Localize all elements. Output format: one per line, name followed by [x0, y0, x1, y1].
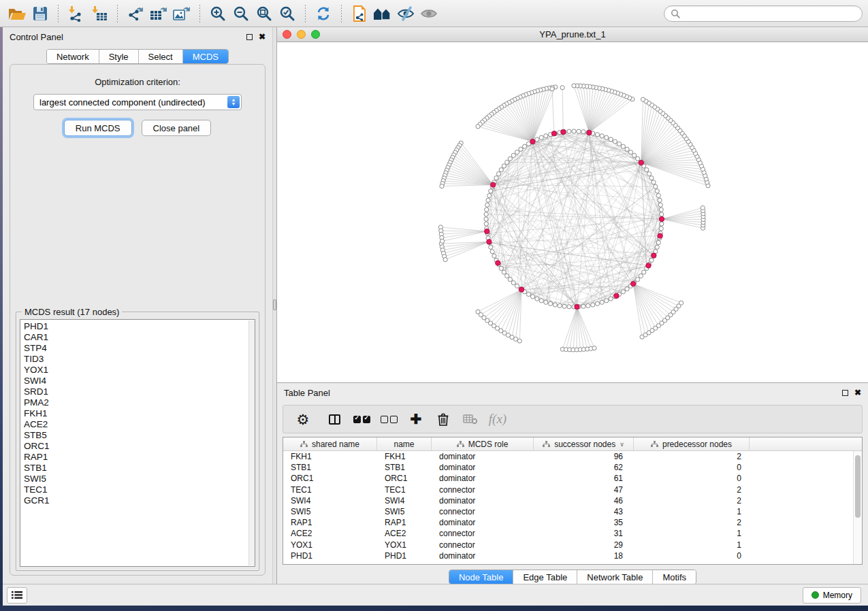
zoom-fit-icon[interactable]	[253, 3, 276, 24]
result-item[interactable]: PMA2	[24, 397, 255, 408]
mcds-panel: Optimization criterion: largest connecte…	[10, 64, 266, 576]
export-table-icon[interactable]	[147, 3, 170, 24]
import-network-icon[interactable]	[65, 3, 88, 24]
table-scrollbar-thumb[interactable]	[855, 455, 861, 518]
table-row[interactable]: PHD1PHD1dominator180	[283, 550, 853, 561]
delete-column-icon[interactable]	[433, 409, 453, 429]
result-item[interactable]: SWI4	[24, 376, 255, 386]
table-tab-node-table[interactable]: Node Table	[449, 570, 514, 584]
show-graphics-details-icon[interactable]	[417, 3, 440, 24]
app-window: Control Panel ✖ NetworkStyleSelectMCDS O…	[0, 0, 868, 606]
status-bar: Memory	[0, 584, 868, 606]
result-item[interactable]: STB5	[24, 430, 255, 441]
tab-style[interactable]: Style	[99, 50, 139, 63]
run-mcds-button[interactable]: Run MCDS	[64, 120, 132, 136]
result-item[interactable]: ORC1	[24, 441, 255, 452]
result-item[interactable]: RAP1	[24, 452, 255, 463]
add-column-icon[interactable]: ✚	[406, 409, 426, 429]
table-row[interactable]: ORC1ORC1dominator610	[283, 473, 853, 484]
zoom-selected-icon[interactable]	[276, 3, 299, 24]
table-row[interactable]: RAP1RAP1dominator352	[283, 517, 853, 528]
result-list-scrollbar[interactable]	[248, 320, 255, 565]
search-input[interactable]	[684, 9, 856, 18]
table-cell: 2	[634, 518, 750, 527]
result-item[interactable]: YOX1	[24, 365, 255, 376]
sort-descending-icon: ∨	[620, 441, 624, 448]
table-toolbar: ⚙ ✚ f(x)	[283, 405, 863, 433]
table-row[interactable]: STB1STB1dominator620	[283, 462, 853, 473]
table-scrollbar[interactable]	[853, 451, 862, 564]
column-label: name	[393, 440, 414, 449]
memory-status-icon	[811, 591, 819, 599]
select-all-columns-icon[interactable]	[351, 409, 372, 429]
splitter-grip[interactable]	[273, 299, 276, 310]
result-item[interactable]: CAR1	[24, 332, 255, 343]
table-cell: 18	[534, 551, 634, 561]
table-cell: 62	[534, 463, 634, 472]
refresh-layout-icon[interactable]	[312, 3, 335, 24]
table-panel-title: Table Panel	[284, 388, 330, 398]
column-header-successor-nodes[interactable]: successor nodes∨	[534, 437, 634, 450]
close-panel-icon[interactable]: ✖	[259, 33, 266, 41]
table-row[interactable]: TEC1TEC1connector472	[283, 484, 853, 495]
delete-table-icon[interactable]	[460, 409, 481, 429]
table-tab-motifs[interactable]: Motifs	[653, 570, 696, 584]
optimization-criterion-select[interactable]: largest connected component (undirected)…	[33, 94, 242, 110]
result-item[interactable]: FKH1	[24, 408, 255, 419]
node-table-header: shared namenameMCDS rolesuccessor nodes∨…	[283, 437, 862, 451]
table-cell: dominator	[432, 518, 534, 527]
network-canvas[interactable]	[277, 42, 868, 382]
result-item[interactable]: SWI5	[24, 474, 255, 484]
result-item[interactable]: PHD1	[24, 321, 255, 332]
zoom-out-icon[interactable]	[229, 3, 253, 24]
column-header-predecessor-nodes[interactable]: predecessor nodes	[634, 437, 750, 450]
main-toolbar	[0, 0, 868, 27]
export-image-icon[interactable]	[170, 3, 193, 24]
result-item[interactable]: STP4	[24, 343, 255, 354]
table-cell: dominator	[432, 474, 534, 483]
tab-network[interactable]: Network	[47, 50, 99, 63]
table-row[interactable]: ACE2ACE2connector311	[283, 528, 853, 539]
table-row[interactable]: SWI4SWI4dominator462	[283, 495, 853, 506]
table-row[interactable]: SWI5SWI5connector431	[283, 506, 853, 517]
open-file-icon[interactable]	[5, 3, 29, 24]
result-item[interactable]: GCR1	[24, 495, 255, 506]
column-header-shared-name[interactable]: shared name	[283, 437, 377, 450]
function-builder-icon[interactable]: f(x)	[487, 409, 508, 429]
tab-select[interactable]: Select	[139, 50, 183, 63]
network-graph	[277, 42, 868, 382]
table-settings-icon[interactable]: ⚙	[293, 409, 313, 429]
table-tab-network-table[interactable]: Network Table	[577, 570, 653, 584]
show-columns-icon[interactable]	[324, 409, 344, 429]
column-header-name[interactable]: name	[377, 437, 432, 450]
table-cell: dominator	[432, 551, 534, 561]
clone-network-icon[interactable]	[348, 3, 371, 24]
memory-button[interactable]: Memory	[803, 587, 861, 604]
result-item[interactable]: SRD1	[24, 386, 255, 397]
unselect-all-columns-icon[interactable]	[379, 409, 399, 429]
save-session-icon[interactable]	[29, 3, 52, 24]
result-item[interactable]: TID3	[24, 354, 255, 365]
vertical-splitter[interactable]	[272, 27, 277, 584]
table-tab-edge-table[interactable]: Edge Table	[513, 570, 577, 584]
table-row[interactable]: YOX1YOX1connector291	[283, 540, 853, 550]
hide-graphics-details-icon[interactable]	[394, 3, 417, 24]
column-header-MCDS-role[interactable]: MCDS role	[432, 437, 534, 450]
float-table-panel-icon[interactable]	[842, 390, 848, 396]
tab-mcds[interactable]: MCDS	[183, 50, 228, 63]
close-panel-button[interactable]: Close panel	[142, 120, 212, 136]
import-table-icon[interactable]	[88, 3, 111, 24]
result-item[interactable]: STB1	[24, 463, 255, 474]
zoom-in-icon[interactable]	[206, 3, 229, 24]
birdseye-view-icon[interactable]	[371, 3, 394, 24]
export-network-icon[interactable]	[124, 3, 147, 24]
result-item[interactable]: ACE2	[24, 419, 255, 430]
float-panel-icon[interactable]	[246, 34, 253, 40]
result-item[interactable]: TEC1	[24, 484, 255, 495]
close-table-panel-icon[interactable]: ✖	[854, 389, 861, 397]
task-history-button[interactable]	[7, 587, 27, 604]
table-row[interactable]: FKH1FKH1dominator962	[283, 451, 853, 462]
toolbar-separator	[117, 5, 118, 22]
mcds-result-list[interactable]: PHD1CAR1STP4TID3YOX1SWI4SRD1PMA2FKH1ACE2…	[20, 319, 255, 567]
search-box[interactable]	[664, 5, 863, 22]
